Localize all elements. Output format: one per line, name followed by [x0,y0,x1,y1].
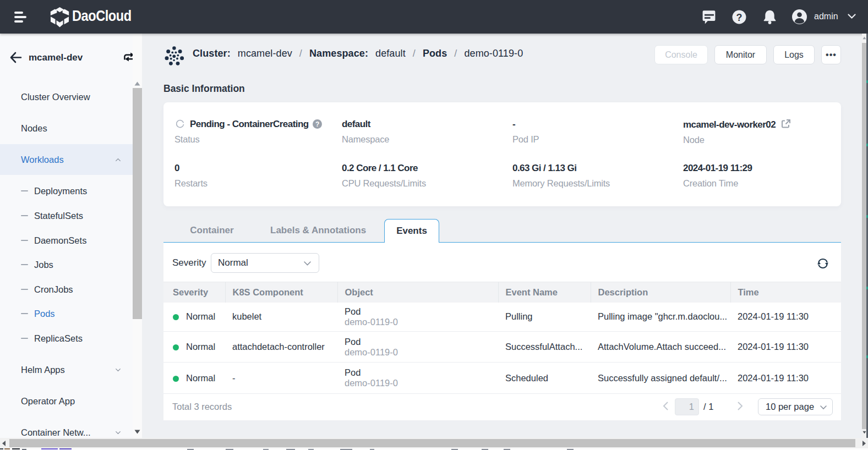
svg-text:?: ? [736,12,743,23]
svg-text:?: ? [315,120,319,128]
